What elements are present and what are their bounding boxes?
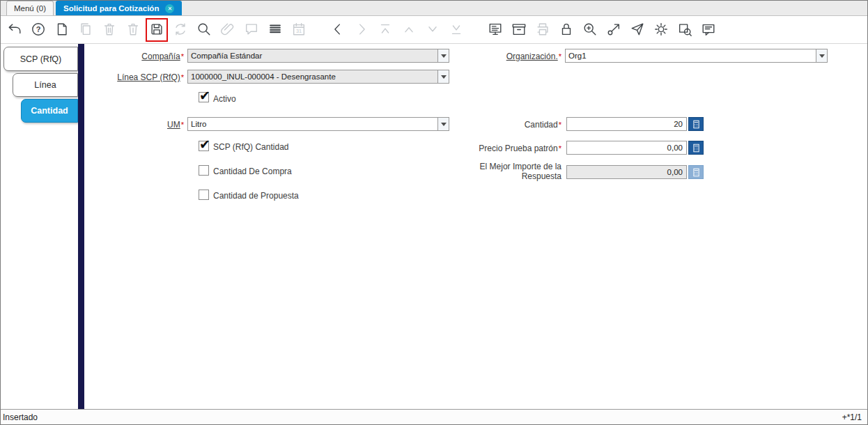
calendar-button: 31: [290, 21, 307, 39]
organization-combo[interactable]: Org1: [565, 49, 828, 63]
calendar-icon: 31: [291, 22, 307, 37]
organization-label: Organización.*: [419, 52, 561, 61]
first-record-icon: [378, 22, 393, 37]
trial-price-calculator-button[interactable]: [688, 141, 704, 155]
best-response-amount-input: [566, 165, 687, 179]
calculator-icon: [692, 144, 701, 153]
calculator-icon: [692, 168, 701, 177]
delete-record-icon: [102, 22, 117, 37]
last-record-button: [448, 21, 465, 39]
save-button[interactable]: [148, 21, 165, 39]
active-checkbox-label: Activo: [213, 94, 236, 104]
report-icon: [488, 22, 503, 37]
print-icon: [535, 22, 550, 37]
previous-record-icon: [401, 22, 417, 37]
best-response-amount-label: El Mejor Importe de la Respuesta: [476, 162, 561, 181]
archive-icon: [511, 22, 527, 37]
rfq-line-combo[interactable]: 1000000_INUL-000004 - Desengrasante: [187, 70, 449, 84]
rfq-line-value: 1000000_INUL-000004 - Desengrasante: [188, 70, 437, 83]
app-window: Menú (0) Solicitud para Cotización ?31 S…: [0, 0, 868, 425]
sidetab-cantidad-label: Cantidad: [31, 106, 68, 116]
report-button[interactable]: [487, 21, 504, 39]
refresh-icon: [173, 22, 188, 37]
next-record-button: [424, 21, 441, 39]
previous-record-button: [401, 21, 417, 39]
delete-selection-icon: [125, 22, 141, 37]
tab-solicitud-para-cotizacion[interactable]: Solicitud para Cotización: [56, 1, 182, 15]
record-access-button[interactable]: [605, 21, 622, 39]
print-button: [534, 21, 551, 39]
request-button[interactable]: [629, 21, 646, 39]
quick-form-icon: [701, 22, 716, 37]
help-icon: ?: [31, 22, 46, 37]
archive-button[interactable]: [511, 21, 527, 39]
detail-record-button: [353, 21, 370, 39]
zoom-across-icon: [582, 22, 598, 37]
offer-quantity-checkbox-label: Cantidad de Propuesta: [213, 191, 299, 201]
offer-quantity-checkbox[interactable]: [199, 190, 209, 200]
trial-price-input[interactable]: [566, 141, 687, 155]
chat-icon: [244, 22, 259, 37]
undo-button[interactable]: [6, 21, 23, 39]
grid-toggle-button[interactable]: [267, 21, 284, 39]
window-tabbar: Menú (0) Solicitud para Cotización: [1, 1, 867, 16]
undo-icon: [7, 22, 22, 37]
company-label: Compañía*: [45, 52, 184, 61]
rfq-line-label: Línea SCP (RfQ)*: [45, 72, 184, 82]
lock-button[interactable]: [558, 21, 575, 39]
request-icon: [630, 22, 645, 37]
product-info-button[interactable]: [676, 21, 693, 39]
parent-record-icon: [330, 22, 346, 37]
rfq-line-dropdown-icon[interactable]: [437, 70, 449, 83]
purchase-quantity-checkbox-label: Cantidad De Compra: [213, 167, 292, 176]
quantity-input[interactable]: [566, 117, 687, 131]
uom-value: Litro: [188, 118, 437, 130]
parent-record-button[interactable]: [330, 21, 346, 39]
copy-record-icon: [78, 22, 93, 37]
active-checkbox[interactable]: [199, 92, 209, 102]
active-tab-strip: [78, 44, 84, 410]
quantity-label: Cantidad*: [419, 120, 561, 130]
record-access-icon: [606, 22, 621, 37]
company-value: Compañía Estándar: [188, 49, 437, 62]
organization-value: Org1: [566, 49, 816, 62]
tab-menu[interactable]: Menú (0): [6, 1, 54, 15]
chat-button: [243, 21, 260, 39]
status-message: Insertado: [3, 412, 38, 422]
best-response-calculator-button: [688, 165, 704, 179]
status-bar: Insertado +*1/1: [1, 409, 867, 424]
calculator-icon: [692, 120, 701, 129]
toolbar: ?31: [1, 16, 867, 44]
close-tab-icon[interactable]: [165, 4, 174, 13]
svg-text:?: ?: [36, 25, 41, 33]
record-indicator: +*1/1: [842, 412, 862, 422]
organization-dropdown-icon[interactable]: [816, 49, 827, 62]
attachment-icon: [220, 22, 235, 37]
tab-solicitud-label: Solicitud para Cotización: [63, 4, 159, 13]
rfq-quantity-checkbox-label: SCP (RfQ) Cantidad: [213, 142, 289, 152]
new-record-button[interactable]: [54, 21, 70, 39]
find-button[interactable]: [196, 21, 212, 39]
preference-button[interactable]: [653, 21, 669, 39]
sidetab-cantidad[interactable]: Cantidad: [21, 99, 78, 123]
quantity-calculator-button[interactable]: [688, 117, 704, 131]
uom-combo[interactable]: Litro: [187, 117, 449, 131]
last-record-icon: [449, 22, 464, 37]
copy-record-button: [77, 21, 94, 39]
attachment-button: [219, 21, 236, 39]
lock-icon: [559, 22, 574, 37]
product-info-icon: [677, 22, 692, 37]
trial-price-label: Precio Prueba patrón*: [419, 144, 561, 153]
company-combo[interactable]: Compañía Estándar: [187, 49, 449, 63]
detail-record-icon: [354, 22, 369, 37]
delete-record-button: [101, 21, 118, 39]
purchase-quantity-checkbox[interactable]: [199, 165, 209, 176]
find-icon: [196, 22, 212, 37]
quick-form-button[interactable]: [700, 21, 717, 39]
help-button[interactable]: ?: [30, 21, 47, 39]
zoom-across-button[interactable]: [582, 21, 598, 39]
save-icon: [149, 22, 164, 37]
first-record-button: [377, 21, 394, 39]
preference-icon: [653, 22, 669, 37]
rfq-quantity-checkbox[interactable]: [199, 141, 209, 151]
